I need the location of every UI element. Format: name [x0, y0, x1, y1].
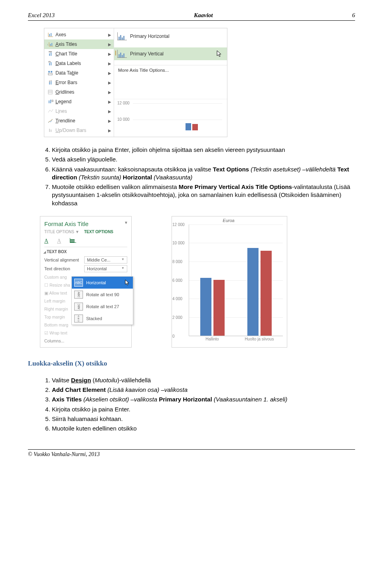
- chevron-right-icon: ▶: [108, 71, 111, 75]
- text-effects-icon[interactable]: A: [57, 238, 64, 245]
- updown-bars-icon: [47, 128, 55, 133]
- svg-rect-16: [51, 71, 52, 73]
- chart-y-tick: 2 000: [172, 315, 182, 320]
- chart-y-tick: 6 000: [172, 278, 182, 282]
- field-value: Horizontal: [87, 266, 107, 271]
- textbox-icon[interactable]: [70, 238, 76, 243]
- field-columns[interactable]: Columns...: [44, 337, 127, 345]
- chart-bar: [200, 278, 211, 336]
- chevron-down-icon[interactable]: ▼: [121, 266, 124, 271]
- svg-rect-15: [48, 71, 50, 73]
- list-item: Käännä vaakasuuntaan: kaksoisnapsauta ot…: [52, 165, 355, 183]
- svg-rect-27: [52, 100, 53, 102]
- chevron-right-icon: ▶: [108, 90, 111, 94]
- svg-rect-3: [51, 33, 51, 36]
- horizontal-text-icon: ABC: [74, 279, 83, 287]
- chart-x-labels: HallintoHuolto ja siivous: [189, 336, 283, 341]
- trendline-icon: [47, 118, 55, 124]
- text-fill-icon[interactable]: A: [44, 238, 51, 245]
- text-direction-dropdown: ABC Horizontal ABC Rotate all text 90 AB…: [71, 276, 133, 325]
- rotate90-icon: ABC: [74, 291, 83, 299]
- menu-item-axes[interactable]: Axes ▶: [44, 30, 114, 39]
- chart-peek-bar: [192, 124, 198, 130]
- list-item: Kirjoita otsikko ja paina Enter, jolloin…: [52, 145, 355, 155]
- list-item: Vedä akselin yläpuolelle.: [52, 155, 355, 164]
- submenu-more-options[interactable]: More Axis Title Options...: [114, 65, 227, 75]
- svg-rect-13: [51, 62, 51, 65]
- submenu-primary-vertical[interactable]: Primary Vertical: [114, 47, 227, 60]
- menu-item-data-labels[interactable]: Data Labels ▶: [44, 59, 114, 68]
- submenu-label: Primary Horizontal: [130, 33, 170, 39]
- chevron-right-icon: ▶: [108, 33, 111, 37]
- chart-y-tick: 0: [172, 334, 175, 338]
- submenu-primary-horizontal[interactable]: Primary Horizontal: [114, 30, 227, 43]
- field-text-direction[interactable]: Text direction Horizontal▼: [44, 264, 127, 273]
- section-heading: Luokka-akselin (X) otsikko: [28, 360, 355, 368]
- footer-copyright: © Vuokko Vanhala-Nurmi, 2013: [28, 449, 355, 458]
- chart-peek-bar: [186, 123, 191, 130]
- svg-rect-7: [50, 44, 51, 46]
- svg-text:I: I: [47, 43, 48, 46]
- menu-item-data-table[interactable]: Data Table ▶: [44, 68, 114, 78]
- chart-title-icon: [47, 51, 55, 57]
- data-table-icon: [47, 70, 55, 76]
- cursor-icon: [217, 50, 223, 57]
- dropdown-item-horizontal[interactable]: ABC Horizontal: [72, 277, 133, 289]
- svg-rect-8: [51, 43, 52, 46]
- cursor-icon: [125, 279, 130, 286]
- list-item: Kirjoita otsikko ja paina Enter.: [52, 405, 355, 414]
- dropdown-item-rotate-90[interactable]: ABC Rotate all text 90: [72, 289, 133, 301]
- menu-label: Trendline: [55, 118, 108, 124]
- menu-label: Data Labels: [55, 61, 108, 66]
- chevron-right-icon: ▶: [108, 42, 111, 47]
- list-item: Axis Titles (Akselien otsikot) –valikost…: [52, 395, 355, 404]
- tab-title-options[interactable]: TITLE OPTIONS ▼: [44, 230, 79, 234]
- list-item: Muotoile kuten edellinen otsikko: [52, 424, 355, 433]
- horizontal-axis-icon: [117, 32, 127, 40]
- header-left: Excel 2013: [28, 12, 55, 19]
- data-labels-icon: [47, 61, 55, 66]
- menu-label: Lines: [55, 108, 108, 114]
- menu-item-gridlines[interactable]: Gridlines ▶: [44, 87, 114, 97]
- dropdown-item-stacked[interactable]: ABC Stacked: [72, 313, 133, 324]
- dropdown-label: Horizontal: [86, 280, 106, 285]
- menu-item-axis-titles[interactable]: I Axis Titles ▶: [44, 39, 114, 49]
- chart-bar: [261, 251, 272, 335]
- list-item: Valitse Design (Muotoilu)-välilehdellä: [52, 376, 355, 385]
- field-label: Text direction: [44, 266, 84, 271]
- svg-rect-20: [51, 81, 51, 85]
- menu-label: Axis Titles: [55, 41, 108, 47]
- axes-icon: [47, 32, 55, 37]
- chevron-right-icon: ▶: [108, 109, 111, 114]
- chart-y-tick: 4 000: [172, 297, 182, 301]
- dropdown-arrow-icon[interactable]: ▼: [124, 220, 128, 225]
- chart-peek-ytick: 12 000: [117, 101, 130, 105]
- rotate270-icon: ABC: [74, 303, 83, 311]
- instructions-block-1: Kirjoita otsikko ja paina Enter, jolloin…: [28, 145, 355, 208]
- chart-x-tick: Hallinto: [189, 336, 236, 341]
- chart-peek-ytick: 10 000: [117, 117, 130, 122]
- svg-rect-17: [48, 73, 52, 75]
- chevron-right-icon: ▶: [108, 52, 111, 56]
- tab-text-options[interactable]: TEXT OPTIONS: [84, 230, 113, 234]
- menu-item-legend[interactable]: Legend ▶: [44, 97, 114, 106]
- svg-rect-12: [49, 63, 50, 65]
- chart-y-tick: 10 000: [172, 241, 185, 245]
- svg-rect-9: [49, 51, 52, 52]
- dropdown-item-rotate-270[interactable]: ABC Rotate all text 27: [72, 301, 133, 313]
- section-text-box: TEXT BOX: [43, 250, 127, 254]
- menu-item-error-bars[interactable]: Error Bars ▶: [44, 78, 114, 87]
- panel-icon-row: A A: [44, 236, 127, 247]
- field-value: Middle Ce...: [87, 258, 111, 262]
- svg-rect-29: [49, 129, 50, 132]
- axis-titles-icon: I: [47, 41, 55, 47]
- field-vertical-alignment[interactable]: Vertical alignment Middle Ce...▼: [44, 256, 127, 264]
- menu-item-trendline[interactable]: Trendline ▶: [44, 116, 114, 126]
- chevron-down-icon[interactable]: ▼: [121, 258, 124, 262]
- svg-rect-14: [49, 61, 50, 62]
- svg-rect-30: [51, 130, 51, 132]
- menu-label: Data Table: [55, 70, 108, 76]
- menu-item-chart-title[interactable]: Chart Title ▶: [44, 49, 114, 59]
- chart-bar: [247, 248, 259, 335]
- chart-title: Euroa: [174, 218, 283, 223]
